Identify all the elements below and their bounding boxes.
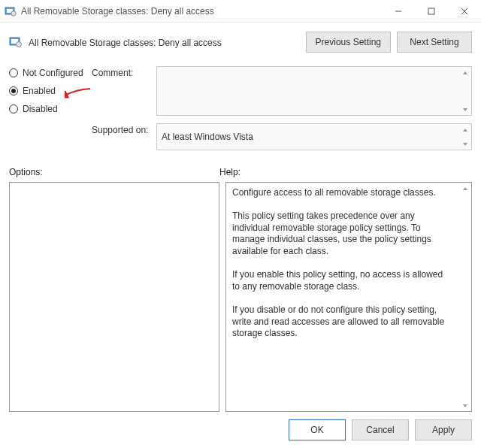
- policy-icon: [9, 35, 23, 49]
- previous-setting-button[interactable]: Previous Setting: [306, 32, 391, 53]
- footer: OK Cancel Apply: [9, 412, 472, 440]
- svg-point-9: [17, 42, 22, 47]
- scroll-down-icon[interactable]: [458, 138, 471, 150]
- window-controls: [382, 0, 481, 22]
- scroll-up-icon[interactable]: [458, 183, 471, 194]
- close-button[interactable]: [448, 0, 481, 22]
- ok-button[interactable]: OK: [289, 419, 346, 440]
- radio-label: Enabled: [23, 86, 56, 96]
- policy-icon: [5, 5, 17, 17]
- scroll-down-icon[interactable]: [458, 104, 471, 115]
- radio-label: Disabled: [23, 104, 58, 114]
- comment-label: Comment:: [92, 66, 150, 78]
- scroll-down-icon[interactable]: [458, 400, 471, 411]
- window-title: All Removable Storage classes: Deny all …: [21, 6, 382, 17]
- header-row: All Removable Storage classes: Deny all …: [9, 26, 472, 66]
- policy-name: All Removable Storage classes: Deny all …: [29, 36, 306, 48]
- svg-rect-4: [428, 8, 434, 14]
- scroll-up-icon[interactable]: [458, 124, 471, 135]
- comment-field[interactable]: [156, 66, 472, 116]
- radio-enabled[interactable]: Enabled: [9, 86, 92, 96]
- radio-disabled[interactable]: Disabled: [9, 104, 92, 114]
- options-label: Options:: [9, 167, 219, 177]
- options-panel: [9, 182, 219, 412]
- radio-not-configured[interactable]: Not Configured: [9, 68, 92, 78]
- titlebar: All Removable Storage classes: Deny all …: [0, 0, 481, 23]
- radio-icon: [9, 68, 18, 77]
- radio-label: Not Configured: [23, 68, 83, 78]
- svg-point-2: [11, 11, 16, 15]
- supported-on-label: Supported on:: [92, 123, 150, 135]
- minimize-button[interactable]: [382, 0, 415, 22]
- state-radios: Not Configured Enabled Disabled: [9, 66, 92, 150]
- scroll-up-icon[interactable]: [458, 67, 471, 78]
- radio-icon: [9, 104, 18, 114]
- panel-labels: Options: Help:: [9, 167, 472, 177]
- apply-button[interactable]: Apply: [415, 419, 472, 440]
- help-panel: Configure access to all removable storag…: [225, 182, 472, 412]
- help-label: Help:: [219, 167, 472, 177]
- cancel-button[interactable]: Cancel: [352, 419, 409, 440]
- radio-icon: [9, 86, 18, 95]
- supported-on-field: At least Windows Vista: [156, 123, 472, 150]
- supported-on-value: At least Windows Vista: [162, 132, 253, 142]
- next-setting-button[interactable]: Next Setting: [397, 32, 472, 53]
- help-text: Configure access to all removable storag…: [226, 183, 471, 344]
- maximize-button[interactable]: [415, 0, 448, 22]
